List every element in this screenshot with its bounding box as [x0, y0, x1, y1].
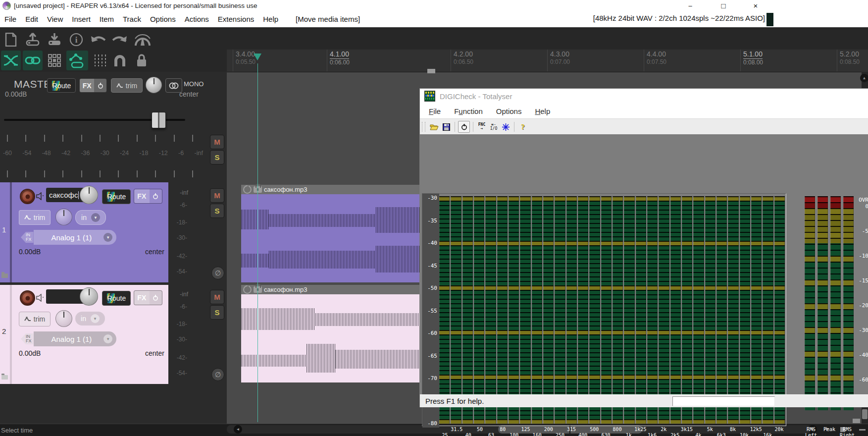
- menu-item[interactable]: Track: [118, 15, 146, 23]
- ruler-mark[interactable]: 4.4.000:07.50: [644, 50, 666, 71]
- track1-volume-knob[interactable]: [80, 186, 98, 204]
- scroll-left-icon[interactable]: ◄: [234, 425, 242, 434]
- track1-fx-button[interactable]: FX: [134, 189, 162, 204]
- fx-power-icon[interactable]: [150, 291, 162, 305]
- open-project-button[interactable]: [24, 31, 42, 49]
- digicheck-menu-item[interactable]: Help: [535, 107, 550, 115]
- menu-item[interactable]: Item: [95, 15, 118, 23]
- redo-icon[interactable]: [111, 31, 129, 49]
- grid-toggle[interactable]: [45, 51, 64, 70]
- media-item1-header[interactable]: саксофон.mp3: [241, 185, 419, 194]
- playhead-line[interactable]: [257, 63, 258, 422]
- track2-trim-button[interactable]: trim: [19, 312, 51, 327]
- track1-pan-knob[interactable]: [55, 209, 72, 225]
- menu-item[interactable]: Actions: [180, 15, 213, 23]
- track1-folder-icon[interactable]: [1, 273, 8, 278]
- track2-phase-button[interactable]: ∅: [211, 368, 224, 381]
- save-file-icon[interactable]: [441, 121, 452, 132]
- menu-item[interactable]: Edit: [21, 15, 43, 23]
- track1-route-button[interactable]: Route: [102, 189, 131, 204]
- media-item1[interactable]: [241, 194, 419, 282]
- track1-input-fx-name[interactable]: Analog 1 (1) ▼: [34, 230, 117, 245]
- master-trim-button[interactable]: trim: [111, 78, 143, 93]
- fx-power-icon[interactable]: [94, 79, 106, 92]
- track1-input-fx[interactable]: INFX Analog 1 (1) ▼: [21, 230, 116, 245]
- track2-input-fx[interactable]: INFX Analog 1 (1) ▼: [21, 331, 116, 346]
- digicheck-menu-item[interactable]: Options: [496, 107, 522, 115]
- ruler-mark[interactable]: 5.2.000:08.50: [837, 50, 860, 71]
- track2-fx-button[interactable]: FX: [134, 290, 162, 305]
- master-pan-knob[interactable]: [146, 77, 162, 93]
- track1-trim-button[interactable]: trim: [19, 210, 51, 225]
- ruler-mark[interactable]: 5.1.000:08.00: [740, 50, 763, 71]
- envelope-toggle[interactable]: [66, 51, 88, 70]
- zoom-out-icon[interactable]: [859, 429, 866, 431]
- master-solo-button[interactable]: S: [210, 150, 224, 164]
- item-mute-icon[interactable]: [243, 285, 252, 294]
- menu-item[interactable]: File: [0, 15, 21, 23]
- track2-folder-icon[interactable]: [1, 375, 8, 380]
- save-project-button[interactable]: [46, 31, 63, 49]
- track2-mute-button[interactable]: M: [210, 290, 224, 304]
- item-mute-icon[interactable]: [243, 185, 252, 194]
- menu-item[interactable]: Options: [146, 15, 180, 23]
- track2-record-arm-button[interactable]: [20, 290, 35, 306]
- menu-item[interactable]: View: [43, 15, 67, 23]
- toolbar-grip[interactable]: [422, 122, 425, 132]
- metronome-icon[interactable]: [133, 31, 153, 49]
- master-fx-button[interactable]: FX: [79, 78, 107, 93]
- playhead-marker[interactable]: [254, 54, 261, 60]
- track1-speaker-icon[interactable]: [36, 192, 45, 202]
- scroll-up-icon[interactable]: ▲: [860, 74, 868, 82]
- digicheck-window[interactable]: DIGICheck - Totalyser FileFunctionOption…: [419, 88, 868, 407]
- ruler-mark[interactable]: 4.2.000:06.50: [451, 50, 473, 71]
- track2-route-button[interactable]: Route: [102, 291, 131, 306]
- digicheck-menu-item[interactable]: File: [429, 107, 441, 115]
- ruler-mark[interactable]: 3.4.000:05.50: [233, 50, 255, 71]
- help-icon[interactable]: ?: [517, 121, 528, 132]
- close-button[interactable]: ×: [747, 0, 765, 11]
- track1-phase-button[interactable]: ∅: [211, 267, 224, 279]
- corner-resize-handle[interactable]: [853, 419, 860, 423]
- track2-volume-knob[interactable]: [80, 287, 98, 306]
- track1-input-dropdown[interactable]: in ▼: [75, 210, 106, 225]
- master-mute-button[interactable]: M: [210, 135, 224, 149]
- maximize-button[interactable]: □: [715, 0, 732, 11]
- track1-solo-button[interactable]: S: [210, 204, 224, 218]
- track2-solo-button[interactable]: S: [210, 305, 224, 320]
- master-route-button[interactable]: Route: [47, 78, 76, 93]
- track2-speaker-icon[interactable]: [36, 294, 45, 304]
- ruler-lines-icon[interactable]: [90, 51, 110, 70]
- track2-input-dropdown[interactable]: in ▼: [75, 312, 105, 326]
- project-settings-button[interactable]: i: [67, 31, 85, 49]
- menu-item[interactable]: Extensions: [213, 15, 258, 23]
- master-mono-button[interactable]: [165, 78, 182, 93]
- new-project-button[interactable]: [2, 31, 20, 49]
- display-settings-icon[interactable]: [500, 121, 511, 132]
- track1-record-arm-button[interactable]: [20, 189, 35, 204]
- track2-input-fx-name[interactable]: Analog 1 (1) ▼: [34, 331, 117, 346]
- power-icon[interactable]: [458, 121, 470, 133]
- track2-pan-knob[interactable]: [55, 310, 72, 327]
- menu-item[interactable]: Help: [258, 15, 283, 23]
- ruler-mark[interactable]: 4.3.000:07.00: [547, 50, 570, 71]
- media-item2-header[interactable]: саксофон.mp3: [241, 285, 419, 294]
- ruler-mark[interactable]: 4.1.000:06.00: [327, 50, 350, 71]
- master-volume-handle[interactable]: [152, 112, 166, 128]
- function-select-icon[interactable]: FNC →: [476, 121, 487, 132]
- media-item2[interactable]: [241, 294, 419, 382]
- fx-power-icon[interactable]: [150, 189, 162, 203]
- loop-point-marker[interactable]: [427, 69, 435, 73]
- snap-magnet-toggle[interactable]: [110, 51, 130, 70]
- item-grouping-toggle[interactable]: [23, 51, 43, 70]
- open-file-icon[interactable]: [429, 121, 440, 132]
- lock-toggle[interactable]: [132, 51, 152, 70]
- undo-icon[interactable]: [89, 31, 107, 49]
- digicheck-title-bar[interactable]: DIGICheck - Totalyser: [420, 89, 868, 104]
- menu-item[interactable]: Insert: [67, 15, 95, 23]
- track1-mute-button[interactable]: M: [210, 188, 224, 203]
- auto-crossfade-toggle[interactable]: [1, 51, 21, 70]
- minimize-button[interactable]: –: [681, 0, 699, 11]
- digicheck-menu-item[interactable]: Function: [454, 107, 483, 115]
- io-config-icon[interactable]: ≡‐I/O: [488, 121, 499, 132]
